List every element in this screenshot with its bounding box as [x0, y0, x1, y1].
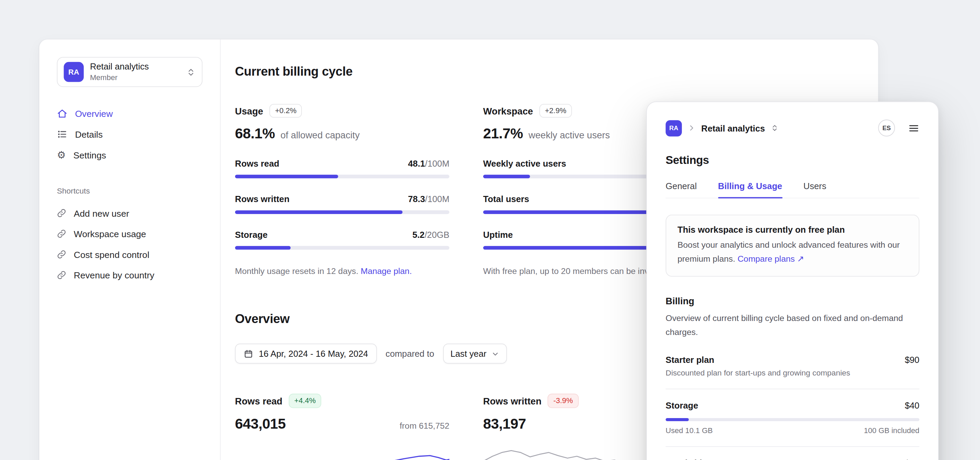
manage-plan-link[interactable]: Manage plan. [361, 267, 412, 276]
stat-change-badge-negative: -3.9% [548, 394, 579, 408]
link-icon [57, 229, 66, 238]
chevron-up-down-icon[interactable] [771, 124, 779, 132]
progress-fill [235, 175, 338, 179]
progress-fill [483, 210, 655, 214]
stat-label: Rows read [235, 396, 282, 406]
sidebar-item-overview[interactable]: Overview [57, 103, 202, 124]
progress-track [235, 210, 450, 214]
metric-current: 5.2 [412, 230, 425, 240]
metric-total: /20GB [425, 230, 450, 240]
stat-change-badge-positive: +4.4% [288, 394, 321, 408]
sidebar-nav: Overview Details ⚙ Settings [57, 103, 202, 165]
shortcut-add-new-user[interactable]: Add new user [57, 203, 202, 224]
workspace-selector[interactable]: RA Retail analytics Member [57, 57, 202, 87]
sidebar-item-label: Overview [75, 109, 113, 118]
workspace-avatar: RA [666, 120, 682, 136]
sidebar-item-label: Settings [73, 150, 106, 160]
shortcut-cost-spend-control[interactable]: Cost spend control [57, 244, 202, 265]
billing-item-name: Storage [666, 401, 698, 410]
metric-label: Rows written [235, 194, 290, 204]
progress-track [235, 246, 450, 250]
settings-tabs: General Billing & Usage Users [666, 181, 920, 198]
usage-column: Usage +0.2% 68.1% of allowed capacity Ro… [235, 104, 450, 278]
shortcuts-label: Shortcuts [57, 186, 202, 195]
metric-label: Storage [235, 230, 268, 240]
billing-item-storage: Storage $40 Used 10.1 GB 100 GB included [666, 401, 920, 435]
sidebar-item-settings[interactable]: ⚙ Settings [57, 144, 202, 165]
usage-label: Usage [235, 105, 263, 116]
progress-track [235, 175, 450, 179]
list-icon [57, 129, 67, 139]
usage-caption: of allowed capacity [280, 130, 360, 141]
calendar-icon [243, 349, 253, 359]
compared-to-label: compared to [385, 349, 434, 359]
rows-read-chart [235, 446, 450, 460]
stat-comparison: from 615,752 [399, 421, 449, 430]
workspace-value: 21.7% [483, 125, 523, 142]
notice-body: Boost your analytics and unlock advanced… [678, 238, 907, 265]
breadcrumb-workspace-name[interactable]: Retail analytics [701, 123, 765, 133]
metric-current: 78.3 [408, 194, 425, 204]
shortcut-label: Add new user [74, 208, 129, 218]
chevron-down-icon [492, 350, 500, 358]
stat-value: 643,015 [235, 415, 286, 433]
stat-label: Rows written [483, 396, 541, 406]
billing-item-price: $10 [905, 458, 920, 460]
gear-icon: ⚙ [57, 150, 66, 160]
billing-section-description: Overview of current billing cycle based … [666, 312, 903, 339]
date-range-picker[interactable]: 16 Apr, 2024 - 16 May, 2024 [235, 344, 377, 364]
usage-value: 68.1% [235, 125, 275, 142]
tab-general[interactable]: General [666, 181, 697, 191]
link-icon [57, 209, 66, 218]
tab-billing-usage[interactable]: Billing & Usage [718, 181, 782, 191]
billing-item-name: Bandwith [666, 458, 705, 460]
metric-total: /100M [425, 194, 449, 204]
billing-item-description: Discounted plan for start-ups and growin… [666, 369, 920, 378]
settings-panel-header: RA Retail analytics ES [666, 120, 920, 137]
workspace-name: Retail analytics [90, 61, 180, 72]
page-title: Current billing cycle [235, 64, 863, 79]
stat-rows-read: Rows read +4.4% 643,015 from 615,752 [235, 394, 450, 460]
compare-select[interactable]: Last year [443, 344, 507, 364]
free-plan-notice: This workspace is currently on free plan… [666, 215, 920, 277]
menu-icon[interactable] [908, 122, 920, 134]
settings-title: Settings [666, 154, 920, 167]
metric-total: /100M [425, 158, 449, 168]
workspace-avatar: RA [64, 62, 84, 82]
usage-footnote-text: Monthly usage resets in 12 days. [235, 267, 358, 276]
stat-value: 83,197 [483, 415, 526, 433]
workspace-label: Workspace [483, 105, 533, 116]
tab-users[interactable]: Users [803, 181, 826, 191]
metric-value: 5.2/20GB [412, 230, 450, 240]
billing-item-starter-plan: Starter plan $90 Discounted plan for sta… [666, 355, 920, 377]
chevron-right-icon [687, 124, 695, 132]
compare-select-value: Last year [450, 349, 487, 359]
language-badge[interactable]: ES [878, 120, 895, 137]
workspace-change-badge: +2.9% [539, 104, 572, 118]
shortcut-workspace-usage[interactable]: Workspace usage [57, 224, 202, 244]
progress-fill [666, 418, 688, 422]
billing-item-price: $40 [905, 401, 920, 410]
metric-label: Uptime [483, 230, 513, 240]
link-icon [57, 270, 66, 280]
progress-track [666, 418, 920, 422]
usage-footnote: Monthly usage resets in 12 days. Manage … [235, 265, 450, 278]
sidebar: RA Retail analytics Member Overview [40, 40, 221, 460]
metric-rows-written: Rows written 78.3/100M [235, 194, 450, 214]
compare-plans-link[interactable]: Compare plans ↗ [737, 254, 804, 264]
progress-fill [235, 210, 402, 214]
date-range-value: 16 Apr, 2024 - 16 May, 2024 [259, 349, 368, 359]
workspace-caption: weekly active users [528, 130, 610, 141]
settings-panel: RA Retail analytics ES Settings General … [646, 102, 939, 460]
link-icon [57, 250, 66, 259]
sidebar-item-details[interactable]: Details [57, 124, 202, 145]
sidebar-item-label: Details [75, 129, 102, 139]
divider [666, 446, 920, 447]
shortcut-revenue-by-country[interactable]: Revenue by country [57, 265, 202, 286]
shortcut-label: Workspace usage [74, 228, 146, 238]
shortcut-label: Revenue by country [74, 270, 154, 280]
billing-items: Starter plan $90 Discounted plan for sta… [666, 355, 920, 460]
workspace-meta: Retail analytics Member [90, 61, 180, 83]
metric-current: 48.1 [408, 158, 425, 168]
metric-label: Weekly active users [483, 158, 566, 168]
